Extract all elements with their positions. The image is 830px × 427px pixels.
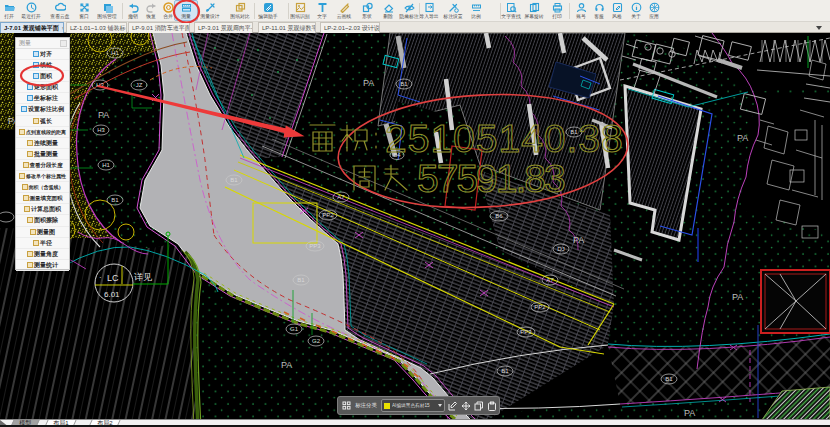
svg-text:A7: A7 — [546, 277, 554, 283]
svg-text:G2: G2 — [312, 338, 321, 344]
svg-text:B1: B1 — [230, 177, 238, 183]
svg-text:PA: PA — [684, 408, 695, 418]
svg-text:PP3: PP3 — [520, 329, 532, 335]
svg-text:B1: B1 — [665, 376, 673, 382]
svg-text:A7: A7 — [337, 194, 345, 200]
svg-text:PA: PA — [732, 292, 743, 302]
svg-text:PA: PA — [363, 78, 374, 88]
svg-text:G1: G1 — [290, 326, 299, 332]
svg-text:H3: H3 — [97, 127, 105, 133]
svg-text:DJ: DJ — [557, 246, 564, 252]
svg-text:PA: PA — [281, 360, 292, 370]
svg-text:B6: B6 — [495, 213, 503, 219]
svg-text:B1: B1 — [400, 81, 408, 87]
svg-text:PP2: PP2 — [322, 212, 334, 218]
svg-text:6.01: 6.01 — [104, 290, 120, 299]
svg-text:H1: H1 — [102, 162, 110, 168]
svg-text:PP3: PP3 — [309, 243, 321, 249]
svg-text:PA: PA — [573, 235, 584, 245]
svg-text:PP2: PP2 — [534, 304, 546, 310]
svg-text:57591.83: 57591.83 — [417, 157, 564, 200]
svg-text:详见: 详见 — [134, 272, 152, 282]
svg-text:PA: PA — [98, 110, 109, 120]
svg-text:B1: B1 — [297, 277, 305, 283]
svg-text:PA: PA — [737, 133, 748, 143]
svg-text:JZ: JZ — [136, 82, 143, 88]
svg-text:B1: B1 — [111, 197, 119, 203]
svg-text:·: · — [99, 273, 102, 282]
svg-text:LC: LC — [107, 273, 119, 283]
svg-text:H1: H1 — [111, 50, 119, 56]
svg-text:B1: B1 — [501, 368, 509, 374]
svg-text:25105140.38: 25105140.38 — [385, 117, 624, 160]
